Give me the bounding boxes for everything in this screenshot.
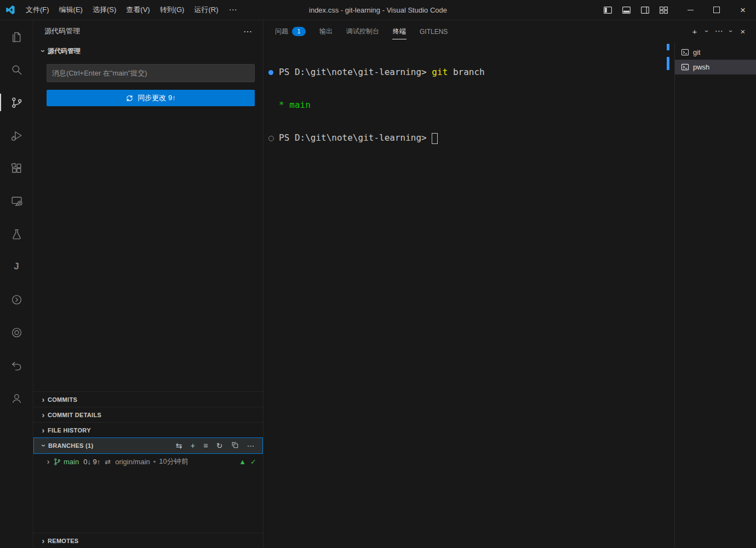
minimize-button[interactable] bbox=[677, 0, 703, 20]
chevron-right-icon: › bbox=[39, 426, 48, 435]
upstream-swap-icon: ⇄ bbox=[105, 458, 111, 466]
copy-compare-icon[interactable] bbox=[231, 441, 239, 451]
sync-button-label: 同步更改 9↑ bbox=[138, 93, 175, 103]
close-panel-icon[interactable]: × bbox=[736, 25, 749, 38]
menu-run[interactable]: 运行(R) bbox=[189, 3, 223, 16]
refresh-icon[interactable]: ↻ bbox=[216, 441, 223, 450]
menu-edit[interactable]: 编辑(E) bbox=[54, 3, 88, 16]
tab-debug-console[interactable]: 调试控制台 bbox=[346, 23, 380, 39]
terminal-line-command: PS D:\git\note\git-learning> git branch bbox=[264, 67, 674, 78]
terminal-line-prompt: PS D:\git\note\git-learning> bbox=[264, 132, 674, 144]
branch-layout-icon[interactable]: ≡ bbox=[203, 441, 208, 450]
tab-gitlens[interactable]: GITLENS bbox=[419, 24, 448, 39]
sidebar-bottom-sections: › COMMITS › COMMIT DETAILS › FILE HISTOR… bbox=[33, 391, 263, 548]
command-name: git bbox=[432, 67, 448, 77]
sidebar-more-icon[interactable]: ⋯ bbox=[240, 26, 255, 37]
terminal-viewport[interactable]: PS D:\git\note\git-learning> git branch … bbox=[264, 42, 674, 548]
section-branches-label: BRANCHES (1) bbox=[48, 442, 176, 449]
menu-selection[interactable]: 选择(S) bbox=[88, 3, 121, 16]
branch-status: ▲ ✓ bbox=[239, 458, 256, 466]
layout-controls bbox=[600, 3, 672, 16]
panel-tabs: 问题 1 输出 调试控制台 终端 GITLENS bbox=[274, 23, 688, 39]
section-branches[interactable]: › BRANCHES (1) ⇆ + ≡ ↻ ⋯ bbox=[33, 437, 263, 454]
tab-terminal[interactable]: 终端 bbox=[392, 23, 406, 39]
switch-branch-icon[interactable]: ⇆ bbox=[176, 441, 182, 450]
sidebar-title: 源代码管理 bbox=[44, 26, 240, 36]
problems-badge: 1 bbox=[292, 27, 306, 36]
command-pending-dot bbox=[268, 136, 274, 141]
branch-time: 10分钟前 bbox=[159, 457, 188, 466]
chevron-down-icon: › bbox=[39, 47, 48, 55]
search-icon[interactable] bbox=[0, 53, 33, 86]
source-control-icon[interactable] bbox=[0, 86, 33, 119]
gitlens-icon[interactable] bbox=[0, 283, 33, 316]
branches-toolbar: ⇆ + ≡ ↻ ⋯ bbox=[176, 441, 259, 451]
prompt-text: PS D:\git\note\git-learning> bbox=[279, 132, 427, 143]
new-terminal-icon[interactable]: + bbox=[688, 25, 701, 38]
branch-row-main[interactable]: › main 0↓ 9↑ ⇄ origin/main • 10分钟前 ▲ ✓ bbox=[33, 454, 263, 469]
terminal-list-item-pwsh[interactable]: pwsh bbox=[675, 60, 756, 74]
more-actions-icon[interactable]: ⋯ bbox=[247, 441, 255, 450]
terminal-tabs-list: git pwsh bbox=[674, 42, 756, 548]
maximize-button[interactable] bbox=[703, 0, 730, 20]
section-commits[interactable]: › COMMITS bbox=[33, 391, 263, 407]
terminal-line-output: * main bbox=[264, 100, 674, 111]
hide-panel-icon[interactable]: › bbox=[727, 25, 735, 38]
chevron-right-icon: › bbox=[39, 411, 48, 419]
close-button[interactable]: × bbox=[730, 0, 756, 20]
explorer-icon[interactable] bbox=[0, 20, 33, 53]
sync-changes-button[interactable]: 同步更改 9↑ bbox=[47, 90, 255, 106]
maximize-icon bbox=[713, 7, 720, 13]
branch-ahead-behind: 0↓ 9↑ bbox=[83, 458, 100, 466]
terminal-icon bbox=[681, 63, 689, 71]
titlebar-right: × bbox=[600, 0, 756, 20]
toggle-secondary-sidebar-icon[interactable] bbox=[637, 3, 653, 16]
menu-view[interactable]: 查看(V) bbox=[121, 3, 154, 16]
terminal-list-label: pwsh bbox=[693, 63, 709, 71]
remote-explorer-icon[interactable] bbox=[0, 184, 33, 217]
prompt-text: PS D:\git\note\git-learning> bbox=[279, 67, 432, 77]
testing-icon[interactable] bbox=[0, 217, 33, 250]
customize-layout-icon[interactable] bbox=[656, 3, 672, 16]
commit-message-input[interactable] bbox=[47, 64, 255, 82]
chevron-right-icon: › bbox=[39, 395, 48, 404]
more-menus-icon[interactable]: ⋯ bbox=[223, 5, 242, 15]
terminal-cursor bbox=[432, 133, 438, 144]
terminal-dropdown-icon[interactable]: › bbox=[703, 25, 711, 38]
tab-problems[interactable]: 问题 1 bbox=[274, 23, 306, 39]
tab-output[interactable]: 输出 bbox=[319, 23, 333, 39]
terminal-list-label: git bbox=[693, 48, 701, 56]
menu-file[interactable]: 文件(F) bbox=[21, 3, 54, 16]
section-commit-details-label: COMMIT DETAILS bbox=[48, 412, 260, 418]
run-debug-icon[interactable] bbox=[0, 119, 33, 152]
section-file-history[interactable]: › FILE HISTORY bbox=[33, 422, 263, 437]
panel-more-icon[interactable]: ⋯ bbox=[712, 25, 725, 38]
toggle-panel-icon[interactable] bbox=[618, 3, 634, 16]
jupyter-letter: J bbox=[14, 261, 19, 272]
create-branch-icon[interactable]: + bbox=[191, 441, 195, 450]
chevron-down-icon: › bbox=[39, 441, 48, 450]
section-commit-details[interactable]: › COMMIT DETAILS bbox=[33, 407, 263, 422]
terminal-list-item-git[interactable]: git bbox=[675, 45, 756, 60]
chevron-right-icon: › bbox=[39, 537, 48, 545]
menu-goto[interactable]: 转到(G) bbox=[155, 3, 190, 16]
toggle-sidebar-icon[interactable] bbox=[600, 3, 616, 16]
account-icon[interactable] bbox=[0, 382, 33, 414]
branches-empty-area bbox=[33, 469, 263, 533]
history-icon[interactable] bbox=[0, 349, 33, 382]
section-file-history-label: FILE HISTORY bbox=[48, 427, 260, 434]
target-icon[interactable] bbox=[0, 316, 33, 349]
source-control-sidebar: 源代码管理 ⋯ › 源代码管理 同步更改 9↑ › COMMITS › COM bbox=[33, 20, 264, 548]
workbench: J 源代码管理 ⋯ › 源代码管理 bbox=[0, 20, 756, 548]
section-remotes[interactable]: › REMOTES bbox=[33, 533, 263, 548]
jupyter-icon[interactable]: J bbox=[0, 250, 33, 283]
extensions-icon[interactable] bbox=[0, 152, 33, 184]
scrollbar-decoration bbox=[667, 44, 669, 50]
close-icon: × bbox=[740, 5, 746, 15]
vscode-logo-icon bbox=[0, 4, 21, 15]
section-commits-label: COMMITS bbox=[48, 396, 260, 403]
titlebar: 文件(F) 编辑(E) 选择(S) 查看(V) 转到(G) 运行(R) ⋯ in… bbox=[0, 0, 756, 20]
vscode-window: 文件(F) 编辑(E) 选择(S) 查看(V) 转到(G) 运行(R) ⋯ in… bbox=[0, 0, 756, 548]
panel-actions: + › ⋯ › × bbox=[688, 25, 749, 38]
scm-section-header[interactable]: › 源代码管理 bbox=[33, 44, 263, 57]
